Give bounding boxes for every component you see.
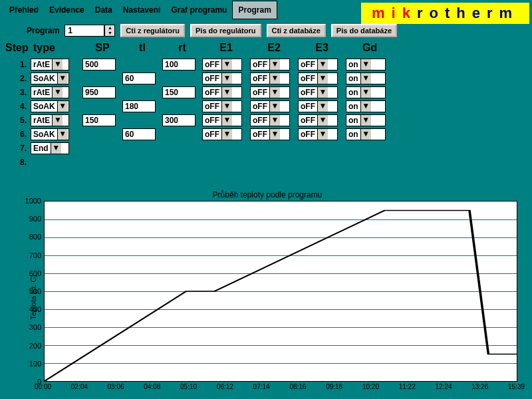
chevron-down-icon[interactable]: ▼: [269, 87, 280, 98]
chevron-down-icon[interactable]: ▼: [360, 87, 371, 98]
type-select[interactable]: rAtE▼: [31, 114, 69, 126]
chevron-down-icon[interactable]: ▼: [317, 101, 328, 112]
tl-input[interactable]: 60: [122, 72, 156, 84]
e2-select[interactable]: oFF▼: [250, 114, 290, 126]
table-row: 6. SoAK▼ 60 oFF▼ oFF▼ oFF▼ on▼: [5, 127, 527, 141]
type-select[interactable]: rAtE▼: [31, 86, 69, 98]
chevron-down-icon[interactable]: ▼: [360, 129, 371, 140]
gd-select[interactable]: on▼: [346, 100, 386, 112]
rt-input[interactable]: 300: [162, 114, 196, 126]
table-row: 4. SoAK▼ 180 oFF▼ oFF▼ oFF▼ on▼: [5, 99, 527, 113]
chevron-down-icon[interactable]: ▼: [52, 115, 63, 126]
gd-select[interactable]: on▼: [346, 86, 386, 98]
e2-select[interactable]: oFF▼: [250, 59, 290, 70]
program-number-input[interactable]: [65, 25, 104, 37]
menu-nastaveni[interactable]: Nastaveni: [118, 1, 166, 19]
chevron-down-icon[interactable]: ▼: [269, 129, 280, 140]
chevron-down-icon[interactable]: ▼: [221, 101, 232, 112]
chevron-down-icon[interactable]: ▼: [221, 115, 232, 126]
tl-input[interactable]: 180: [122, 100, 156, 112]
chart-plot: [44, 201, 517, 382]
table-body: 1. rAtE▼ 500 100 oFF▼ oFF▼ oFF▼ on▼ 2. S…: [0, 55, 532, 172]
rt-input[interactable]: 100: [162, 59, 196, 70]
sp-input[interactable]: 150: [82, 114, 116, 126]
chevron-down-icon[interactable]: ▼: [57, 129, 68, 140]
menu-program[interactable]: Program: [232, 1, 277, 19]
menu-data[interactable]: Data: [90, 1, 118, 19]
col-gd: Gd: [346, 42, 394, 54]
step-number: 1.: [5, 60, 31, 69]
e1-select[interactable]: oFF▼: [202, 59, 242, 70]
step-number: 7.: [5, 144, 31, 153]
e3-select[interactable]: oFF▼: [298, 72, 338, 84]
chevron-down-icon[interactable]: ▼: [269, 101, 280, 112]
chevron-down-icon[interactable]: ▼: [317, 87, 328, 98]
chevron-down-icon[interactable]: ▼: [317, 115, 328, 126]
e3-select[interactable]: oFF▼: [298, 59, 338, 70]
chevron-down-icon[interactable]: ▼: [221, 87, 232, 98]
write-db-button[interactable]: Pis do databáze: [331, 24, 397, 37]
menu-graf[interactable]: Graf programu: [166, 1, 232, 19]
gd-select[interactable]: on▼: [346, 114, 386, 126]
chevron-down-icon[interactable]: ▼: [317, 129, 328, 140]
gd-select[interactable]: on▼: [346, 72, 386, 84]
chevron-down-icon[interactable]: ▼: [269, 59, 280, 70]
chevron-down-icon[interactable]: ▼: [52, 87, 63, 98]
program-spinner[interactable]: ▲▼: [104, 25, 115, 37]
read-regulator-button[interactable]: Cti z regulátoru: [120, 24, 185, 37]
e1-select[interactable]: oFF▼: [202, 72, 242, 84]
chevron-down-icon[interactable]: ▼: [57, 101, 68, 112]
chevron-down-icon[interactable]: ▼: [221, 59, 232, 70]
chevron-down-icon[interactable]: ▼: [360, 73, 371, 84]
chevron-down-icon[interactable]: ▼: [51, 143, 61, 154]
type-select[interactable]: SoAK▼: [31, 128, 69, 140]
sp-input[interactable]: 500: [82, 59, 116, 70]
e1-select[interactable]: oFF▼: [202, 128, 242, 140]
col-type: type: [31, 42, 82, 54]
col-e3: E3: [298, 42, 346, 54]
e2-select[interactable]: oFF▼: [250, 128, 290, 140]
chevron-down-icon[interactable]: ▼: [269, 115, 280, 126]
chevron-down-icon[interactable]: ▼: [360, 115, 371, 126]
tl-input[interactable]: 60: [122, 128, 156, 140]
type-select[interactable]: SoAK▼: [31, 100, 69, 112]
type-select[interactable]: SoAK▼: [31, 72, 69, 84]
chart-area: Průběh teploty podle programu Teplota [s…: [5, 189, 529, 396]
table-row: 5. rAtE▼ 150 300 oFF▼ oFF▼ oFF▼ on▼: [5, 113, 527, 127]
chevron-down-icon[interactable]: ▼: [317, 73, 328, 84]
table-row: 8.: [5, 155, 527, 169]
chart-title: Průběh teploty podle programu: [5, 189, 529, 201]
type-select[interactable]: rAtE▼: [31, 59, 69, 70]
menu-evidence[interactable]: Evidence: [44, 1, 90, 19]
program-label: Program: [27, 26, 59, 35]
gd-select[interactable]: on▼: [346, 59, 386, 70]
e1-select[interactable]: oFF▼: [202, 114, 242, 126]
chevron-down-icon[interactable]: ▼: [360, 101, 371, 112]
chevron-down-icon[interactable]: ▼: [360, 59, 371, 70]
rt-input[interactable]: 150: [162, 86, 196, 98]
e2-select[interactable]: oFF▼: [250, 86, 290, 98]
gd-select[interactable]: on▼: [346, 128, 386, 140]
e2-select[interactable]: oFF▼: [250, 100, 290, 112]
e3-select[interactable]: oFF▼: [298, 100, 338, 112]
menu-prehled[interactable]: Přehled: [4, 1, 44, 19]
chevron-down-icon[interactable]: ▼: [317, 59, 328, 70]
chevron-down-icon[interactable]: ▼: [221, 73, 232, 84]
write-regulator-button[interactable]: Pis do regulátoru: [190, 24, 261, 37]
chevron-down-icon[interactable]: ▼: [57, 73, 68, 84]
e1-select[interactable]: oFF▼: [202, 100, 242, 112]
e3-select[interactable]: oFF▼: [298, 128, 338, 140]
step-number: 3.: [5, 88, 31, 97]
chevron-down-icon[interactable]: ▼: [269, 73, 280, 84]
brand-logo: mikrotherm: [361, 3, 529, 24]
e3-select[interactable]: oFF▼: [298, 86, 338, 98]
read-db-button[interactable]: Cti z databáze: [267, 24, 326, 37]
e1-select[interactable]: oFF▼: [202, 86, 242, 98]
chevron-down-icon[interactable]: ▼: [221, 129, 232, 140]
table-row: 2. SoAK▼ 60 oFF▼ oFF▼ oFF▼ on▼: [5, 71, 527, 85]
e3-select[interactable]: oFF▼: [298, 114, 338, 126]
e2-select[interactable]: oFF▼: [250, 72, 290, 84]
type-select[interactable]: End▼: [31, 142, 69, 154]
chevron-down-icon[interactable]: ▼: [52, 59, 63, 70]
sp-input[interactable]: 950: [82, 86, 116, 98]
